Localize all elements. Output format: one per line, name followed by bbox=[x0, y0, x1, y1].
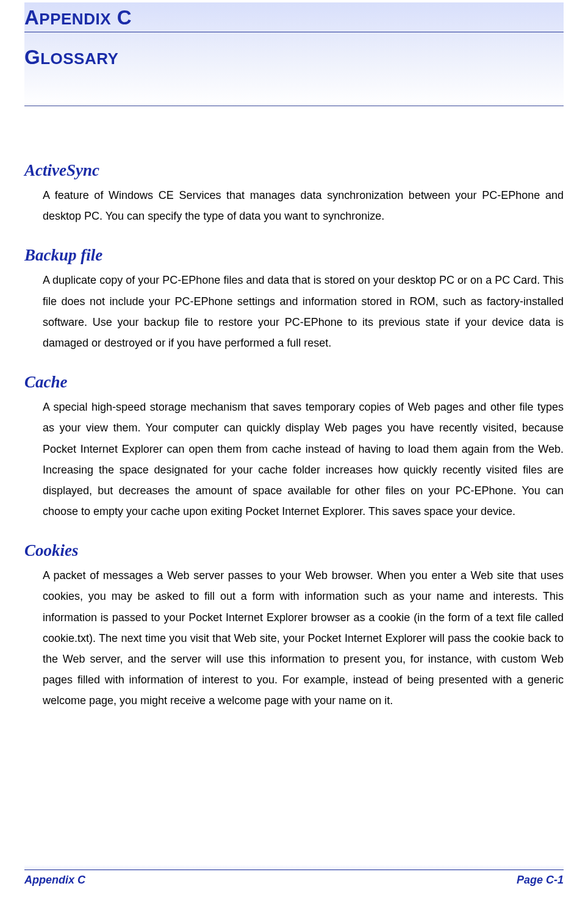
def-activesync: A feature of Windows CE Services that ma… bbox=[24, 185, 564, 226]
def-cookies: A packet of messages a Web server passes… bbox=[24, 565, 564, 711]
appendix-title: APPENDIX C bbox=[24, 6, 564, 29]
title-prefix-rest: PPENDIX bbox=[39, 10, 111, 28]
footer-left: Appendix C bbox=[24, 874, 85, 887]
title-rule-1 bbox=[24, 32, 564, 32]
def-backup-file: A duplicate copy of your PC-EPhone files… bbox=[24, 270, 564, 353]
content-area: ActiveSync A feature of Windows CE Servi… bbox=[24, 161, 564, 711]
glossary-title: GLOSSARY bbox=[24, 46, 564, 69]
term-backup-file: Backup file bbox=[24, 246, 564, 265]
title-prefix-caps: A bbox=[24, 6, 39, 29]
term-cache: Cache bbox=[24, 373, 564, 392]
term-activesync: ActiveSync bbox=[24, 161, 564, 180]
title-suffix-caps: C bbox=[111, 6, 132, 29]
subtitle-caps: G bbox=[24, 46, 40, 68]
footer-right: Page C-1 bbox=[517, 874, 564, 887]
term-cookies: Cookies bbox=[24, 541, 564, 560]
title-block: APPENDIX C GLOSSARY bbox=[24, 2, 564, 106]
def-cache: A special high-speed storage mechanism t… bbox=[24, 397, 564, 522]
subtitle-rest: LOSSARY bbox=[40, 49, 118, 68]
footer: Appendix C Page C-1 bbox=[24, 869, 564, 887]
